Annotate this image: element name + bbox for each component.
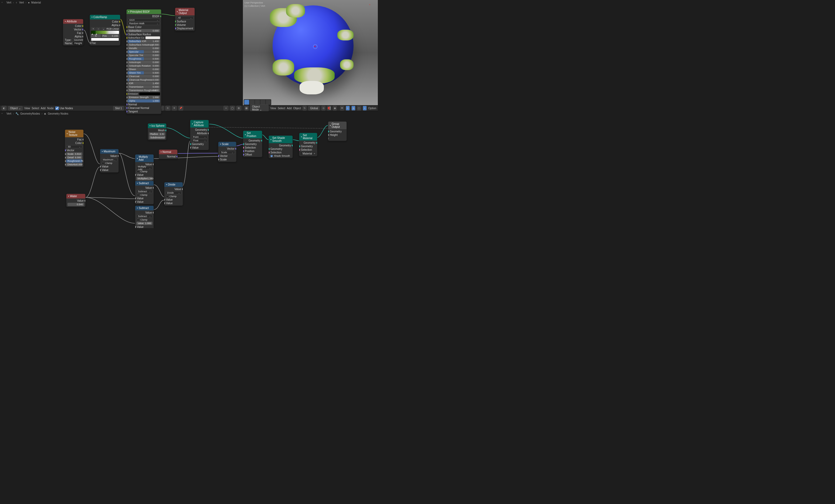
node-header[interactable]: Material Output	[175, 8, 195, 15]
menu-object[interactable]: Object	[293, 107, 301, 110]
geo-node-graph[interactable]: Noise Texture Fac Color 3D Vector Scale0…	[0, 116, 378, 228]
clearcoat-roughness-slider[interactable]: Clearcoat Roughness0.030	[128, 78, 160, 81]
node-noise-texture[interactable]: Noise Texture Fac Color 3D Vector Scale0…	[65, 129, 84, 167]
subsurface-ior-slider[interactable]: Subsurface IOR1.400	[128, 40, 160, 43]
overlay-icon[interactable]: ◯	[230, 106, 235, 110]
detail-field[interactable]: Detail6.000	[66, 156, 82, 159]
node-multiply-add[interactable]: Multiply Add Value Multiply Add Clamp Va…	[135, 154, 154, 185]
node-principled-bsdf[interactable]: Principled BSDF BSDF GGX Random Walk Bas…	[126, 9, 161, 114]
shading-render-icon[interactable]	[266, 100, 271, 105]
snap-icon[interactable]: 🧲	[327, 106, 331, 110]
clamp-check[interactable]: Clamp	[135, 170, 154, 173]
attr-name[interactable]: Name:Height	[63, 42, 83, 45]
ramp-mode[interactable]: RGB	[106, 27, 112, 30]
ramp-color[interactable]	[91, 38, 119, 41]
pin-icon[interactable]: 📌	[178, 106, 183, 110]
menu-add[interactable]: Add	[41, 107, 46, 110]
orient-icon[interactable]: ↻	[303, 106, 307, 110]
shader-type-dropdown[interactable]: Object ⌄	[8, 106, 23, 110]
overlays-icon[interactable]: ◑	[351, 106, 355, 110]
menu-add[interactable]: Add	[287, 107, 292, 110]
sheen-tint-slider[interactable]: Sheen Tint0.500	[128, 71, 160, 75]
node-header[interactable]: ColorRamp	[90, 15, 120, 19]
anisotropic-slider[interactable]: Anisotropic0.000	[128, 61, 160, 64]
node-capture-attribute[interactable]: Capture Attribute Geometry Attribute Poi…	[190, 120, 209, 150]
node-header[interactable]: Divide	[164, 182, 183, 187]
node-header[interactable]: Scale	[218, 142, 236, 146]
math-op[interactable]: Subtract	[136, 190, 152, 193]
math-op[interactable]: Subtract	[136, 215, 152, 218]
crumb-item[interactable]: GeometryNodes	[20, 112, 40, 115]
specular-tint-slider[interactable]: Specular Tint0.000	[128, 54, 160, 57]
subdivisions[interactable]: Subdivisions7	[149, 136, 165, 139]
node-header[interactable]: Set Shade Smooth	[269, 135, 292, 143]
clearcoat-slider[interactable]: Clearcoat0.000	[128, 75, 160, 78]
viewport-canvas[interactable]: User Perspective (1) Collection | Vert x	[243, 0, 378, 105]
node-subtract[interactable]: Subtract Value Subtract Clamp Value Valu…	[135, 181, 154, 204]
editor-type-icon[interactable]: ▦	[245, 106, 248, 110]
menu-view[interactable]: View	[24, 107, 30, 110]
output-target[interactable]: All	[176, 16, 194, 19]
crumb-item[interactable]: Material	[31, 1, 41, 4]
clamp-check[interactable]: Clamp	[100, 162, 119, 165]
value-field[interactable]: Value1.000	[136, 222, 152, 225]
shade-icon[interactable]: ●	[363, 106, 367, 110]
noise-dim[interactable]: 3D	[66, 145, 82, 148]
xray-icon[interactable]: ▢	[357, 106, 361, 110]
node-scale[interactable]: Scale Vector Scale Vector Scale	[218, 142, 237, 162]
transmission-roughness-slider[interactable]: Transmission Roughness0.000	[128, 89, 160, 92]
node-ico-sphere[interactable]: Ico Sphere Mesh Radius1 m Subdivisions7	[148, 123, 166, 140]
menu-view[interactable]: View	[270, 107, 276, 110]
scale-field[interactable]: Scale0.810	[66, 152, 82, 155]
crumb-item[interactable]: Geometry Nodes	[48, 112, 68, 115]
menu-select[interactable]: Select	[32, 107, 39, 110]
node-set-material[interactable]: Set Material Geometry Geometry Selection…	[299, 133, 318, 156]
node-colorramp[interactable]: ColorRamp Color Alpha + − ⌄ RGB Linear 5	[89, 15, 120, 46]
slot-dropdown[interactable]: Slot 1	[113, 106, 124, 110]
snap-icon[interactable]: ⌖	[223, 106, 228, 110]
node-header[interactable]: Subtract	[135, 206, 154, 210]
emission-strength-field[interactable]: Emission Strength1.000	[128, 96, 160, 99]
node-header[interactable]: Capture Attribute	[190, 120, 209, 128]
shade-smooth-check[interactable]: ✓Shade Smooth	[269, 154, 292, 158]
clamp-check[interactable]: Clamp	[164, 195, 183, 198]
anisotropic-rotation-slider[interactable]: Anisotropic Rotation0.000	[128, 64, 160, 67]
use-nodes-checkbox[interactable]: Use Nodes	[55, 106, 73, 110]
capture-dtype[interactable]: Float	[191, 139, 207, 142]
overlay2-icon[interactable]: ⊞	[237, 106, 241, 110]
node-attribute[interactable]: Attribute Color Vector Fac Alpha Type:Ge…	[63, 19, 83, 46]
roughness-slider[interactable]: Roughness0.500	[128, 57, 160, 60]
mode-dropdown[interactable]: Object Mode ⌄	[250, 104, 268, 112]
subsurface-anisotropy-slider[interactable]: Subsurface Anisotropy0.000	[128, 43, 160, 46]
node-header[interactable]: Normal	[159, 150, 177, 154]
radius[interactable]: Radius1 m	[149, 132, 165, 135]
node-water[interactable]: Water Value 0.540	[66, 194, 85, 207]
shader-node-graph[interactable]: Attribute Color Vector Fac Alpha Type:Ge…	[0, 5, 243, 105]
sheen-slider[interactable]: Sheen0.000	[128, 68, 160, 71]
crumb-item[interactable]: Vert	[6, 1, 11, 4]
specular-slider[interactable]: Specular0.500	[128, 50, 160, 54]
pivot-icon[interactable]: ⊙	[321, 106, 325, 110]
node-group-output[interactable]: Group Output Geometry Height	[328, 121, 347, 141]
math-op[interactable]: Multiply Add	[136, 166, 152, 170]
multiplier[interactable]: Multiplier1.340	[136, 177, 152, 180]
node-set-shade-smooth[interactable]: Set Shade Smooth Geometry Geometry Selec…	[268, 135, 293, 158]
shading-wire-icon[interactable]	[250, 100, 254, 105]
ramp-interp[interactable]: Linear	[112, 27, 119, 30]
node-header[interactable]: Ico Sphere	[148, 124, 166, 128]
node-header[interactable]: Subtract	[135, 181, 154, 186]
node-divide[interactable]: Divide Value Divide Clamp Value Value	[164, 182, 183, 206]
shading-matprev-icon[interactable]	[261, 100, 265, 105]
roughnes-field[interactable]: Roughnes0.752	[66, 160, 82, 163]
add-stop-button[interactable]: +	[91, 27, 96, 30]
attr-type[interactable]: Type:Geometry	[63, 38, 83, 42]
prop-edit-icon[interactable]: ◉	[333, 106, 337, 110]
ramp-position-row[interactable]: 5 Pos0.166	[91, 34, 119, 38]
clamp-check[interactable]: Clamp	[135, 193, 154, 196]
node-header[interactable]: Attribute	[63, 19, 83, 24]
node-set-position[interactable]: Set Position Geometry Geometry Selection…	[243, 130, 262, 157]
axis-gizmo[interactable]: x	[369, 3, 374, 8]
node-maximum[interactable]: Maximum Value Maximum Clamp Value Value	[100, 149, 119, 173]
node-header[interactable]: Maximum	[100, 149, 119, 154]
visibility-icon[interactable]: 👁	[340, 106, 344, 110]
